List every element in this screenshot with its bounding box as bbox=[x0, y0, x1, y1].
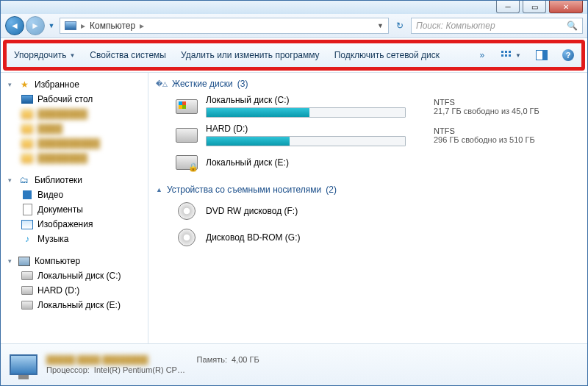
explorer-window: ─ ▭ ✕ ◄ ► ▼ ▸ Компьютер ▸ ▼ ↻ Поиск: Ком… bbox=[0, 0, 588, 386]
drive-icon bbox=[175, 152, 198, 173]
drive-item-c[interactable]: Локальный диск (C:) NTFS 21,7 ГБ свободн… bbox=[156, 92, 580, 121]
address-dropdown-icon[interactable]: ▼ bbox=[377, 22, 384, 29]
sidebar-item-drive-c[interactable]: Локальный диск (C:) bbox=[1, 268, 148, 283]
maximize-button[interactable]: ▭ bbox=[523, 1, 546, 13]
view-options-button[interactable]: ▼ bbox=[499, 49, 521, 61]
collapse-icon: ▾ bbox=[8, 176, 14, 184]
system-properties-button[interactable]: Свойства системы bbox=[90, 50, 166, 60]
drive-filesystem: NTFS bbox=[434, 126, 535, 135]
memory-label: Память: bbox=[197, 355, 227, 364]
drive-item-g[interactable]: Дисковод BD-ROM (G:) bbox=[156, 224, 580, 251]
sidebar-item-blurred[interactable]: ████████ bbox=[1, 151, 148, 165]
sidebar-item-label: Документы bbox=[37, 204, 83, 215]
libraries-icon: 🗂 bbox=[18, 174, 30, 186]
cpu-value: Intel(R) Pentium(R) CP… bbox=[94, 365, 185, 374]
drive-item-f[interactable]: DVD RW дисковод (F:) bbox=[156, 198, 580, 224]
pictures-icon bbox=[21, 218, 33, 230]
drive-icon bbox=[21, 299, 33, 311]
chevron-down-icon: ▼ bbox=[515, 52, 521, 59]
window-titlebar: ─ ▭ ✕ bbox=[1, 1, 587, 14]
map-network-drive-button[interactable]: Подключить сетевой диск bbox=[334, 50, 440, 60]
minimize-button[interactable]: ─ bbox=[496, 1, 520, 13]
collapse-icon: ▾ bbox=[8, 81, 14, 88]
toolbar-overflow-button[interactable]: » bbox=[479, 50, 484, 60]
sidebar-item-label: Локальный диск (C:) bbox=[37, 271, 121, 281]
collapse-icon: �△ bbox=[156, 80, 168, 87]
drive-free-space: 296 ГБ свободно из 510 ГБ bbox=[434, 135, 535, 144]
breadcrumb-location[interactable]: Компьютер bbox=[90, 21, 135, 31]
category-label: Устройства со съемными носителями bbox=[167, 185, 321, 195]
category-count: (3) bbox=[237, 79, 248, 89]
drive-filesystem: NTFS bbox=[434, 98, 539, 107]
explorer-body: ▾ ★ Избранное Рабочий стол ████████ ████… bbox=[1, 72, 587, 343]
document-icon bbox=[21, 204, 33, 215]
computer-label: Компьютер bbox=[35, 256, 80, 266]
close-button[interactable]: ✕ bbox=[549, 1, 583, 13]
nav-history-dropdown[interactable]: ▼ bbox=[46, 22, 57, 29]
sidebar-item-pictures[interactable]: Изображения bbox=[1, 217, 148, 232]
nav-buttons: ◄ ► ▼ bbox=[5, 16, 57, 35]
drive-name: Локальный диск (E:) bbox=[206, 157, 426, 168]
sidebar-item-blurred[interactable]: ██████████ bbox=[1, 136, 148, 151]
category-label: Жесткие диски bbox=[172, 79, 233, 89]
sidebar-favorites-header[interactable]: ▾ ★ Избранное bbox=[1, 77, 148, 92]
usage-bar bbox=[206, 136, 406, 146]
back-button[interactable]: ◄ bbox=[5, 16, 24, 35]
navigation-pane: ▾ ★ Избранное Рабочий стол ████████ ████… bbox=[1, 73, 148, 343]
optical-drive-icon bbox=[175, 201, 198, 221]
sidebar-favorites-group: ▾ ★ Избранное Рабочий стол ████████ ████… bbox=[1, 77, 148, 165]
forward-button[interactable]: ► bbox=[26, 16, 45, 35]
address-bar[interactable]: ▸ Компьютер ▸ ▼ bbox=[60, 18, 389, 34]
category-count: (2) bbox=[326, 185, 337, 195]
sidebar-item-videos[interactable]: Видео bbox=[1, 187, 148, 202]
category-hard-drives[interactable]: �△ Жесткие диски (3) bbox=[156, 76, 580, 92]
search-box[interactable]: Поиск: Компьютер 🔍 bbox=[411, 18, 583, 34]
usage-bar bbox=[206, 107, 406, 118]
star-icon: ★ bbox=[18, 79, 30, 90]
refresh-button[interactable]: ↻ bbox=[392, 21, 408, 31]
drive-icon bbox=[175, 125, 198, 146]
navigation-bar: ◄ ► ▼ ▸ Компьютер ▸ ▼ ↻ Поиск: Компьютер… bbox=[1, 14, 587, 38]
desktop-icon bbox=[21, 93, 33, 105]
sidebar-item-label: Видео bbox=[37, 190, 63, 200]
sidebar-item-label: Рабочий стол bbox=[37, 94, 93, 104]
sidebar-item-blurred[interactable]: ████████ bbox=[1, 107, 148, 121]
computer-large-icon bbox=[8, 350, 39, 379]
music-icon: ♪ bbox=[21, 233, 33, 245]
sidebar-item-drive-e[interactable]: Локальный диск (E:) bbox=[1, 298, 148, 312]
sidebar-item-blurred[interactable]: ████ bbox=[1, 121, 148, 136]
breadcrumb-separator-icon: ▸ bbox=[140, 21, 144, 31]
organize-menu[interactable]: Упорядочить ▼ bbox=[14, 50, 75, 60]
drive-free-space: 21,7 ГБ свободно из 45,0 ГБ bbox=[434, 107, 539, 115]
sidebar-libraries-group: ▾ 🗂 Библиотеки Видео Документы Изображен… bbox=[1, 173, 148, 246]
sidebar-item-label: Локальный диск (E:) bbox=[37, 300, 121, 310]
sidebar-item-documents[interactable]: Документы bbox=[1, 202, 148, 217]
sidebar-item-drive-d[interactable]: HARD (D:) bbox=[1, 283, 148, 298]
uninstall-program-button[interactable]: Удалить или изменить программу bbox=[181, 50, 320, 60]
category-removable[interactable]: ▲ Устройства со съемными носителями (2) bbox=[156, 182, 580, 198]
drive-item-d[interactable]: HARD (D:) NTFS 296 ГБ свободно из 510 ГБ bbox=[156, 121, 580, 149]
optical-drive-icon bbox=[175, 227, 198, 248]
search-icon: 🔍 bbox=[567, 21, 578, 31]
drive-item-e[interactable]: Локальный диск (E:) bbox=[156, 149, 580, 176]
drive-name: DVD RW дисковод (F:) bbox=[206, 206, 426, 216]
sidebar-libraries-header[interactable]: ▾ 🗂 Библиотеки bbox=[1, 173, 148, 187]
drive-icon bbox=[175, 96, 198, 117]
collapse-icon: ▾ bbox=[8, 257, 14, 265]
view-icon bbox=[499, 49, 514, 61]
computer-icon bbox=[65, 20, 76, 32]
details-title-blurred: █████ ████ ████████ bbox=[46, 355, 148, 364]
sidebar-item-desktop[interactable]: Рабочий стол bbox=[1, 92, 148, 107]
drive-icon bbox=[21, 285, 33, 296]
preview-pane-button[interactable] bbox=[536, 50, 548, 60]
help-icon: ? bbox=[562, 49, 574, 61]
chevron-down-icon: ▼ bbox=[69, 52, 75, 59]
video-icon bbox=[21, 189, 33, 201]
drive-name: Дисковод BD-ROM (G:) bbox=[206, 232, 426, 243]
drive-icon bbox=[21, 270, 33, 282]
drive-name: HARD (D:) bbox=[206, 124, 426, 134]
sidebar-item-music[interactable]: ♪Музыка bbox=[1, 232, 148, 246]
sidebar-computer-group: ▾ Компьютер Локальный диск (C:) HARD (D:… bbox=[1, 254, 148, 312]
help-button[interactable]: ? bbox=[562, 49, 574, 61]
sidebar-computer-header[interactable]: ▾ Компьютер bbox=[1, 254, 148, 268]
